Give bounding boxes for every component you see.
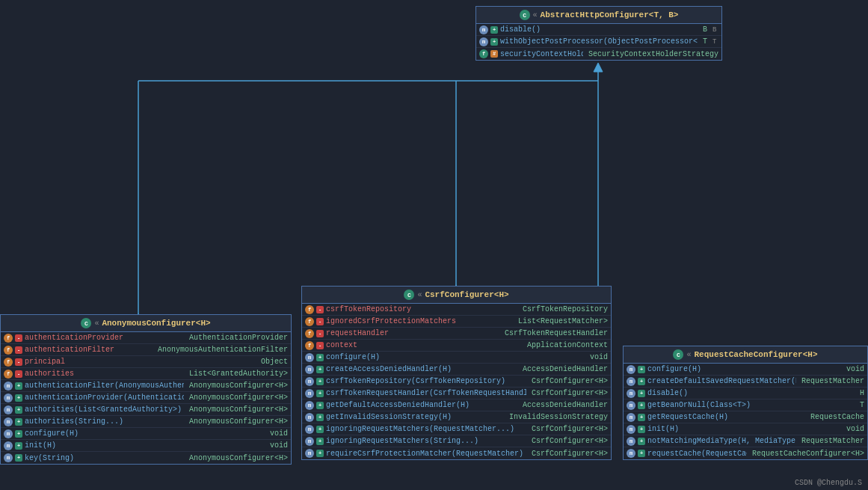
- vis-public: +: [490, 26, 498, 34]
- method-type: CsrfConfigurer<H>: [532, 389, 608, 397]
- anon-method-auth-list: m + authorities(List<GrantedAuthority>) …: [1, 404, 291, 416]
- method-name: ignoringRequestMatchers(String...): [326, 437, 526, 445]
- method-icon: m: [627, 425, 635, 434]
- method-icon: m: [305, 353, 314, 362]
- field-name: principal: [25, 358, 256, 366]
- method-name: authenticationFilter(AnonymousAuthentica…: [25, 382, 184, 390]
- method-letter: T: [712, 38, 718, 46]
- method-name: createAccessDeniedHandler(H): [326, 365, 517, 373]
- method-icon: m: [4, 382, 13, 391]
- field-type: CsrfTokenRequestHandler: [505, 329, 608, 337]
- method-name: getInvalidSessionStrategy(H): [326, 413, 504, 421]
- field-icon: f: [4, 358, 13, 367]
- rc-method-grc: m + getRequestCache(H) RequestCache: [624, 411, 867, 423]
- method-name: getBeanOrNull(Class<T>): [647, 401, 855, 409]
- anon-method-init: m + init(H) void: [1, 440, 291, 452]
- vis-public: +: [638, 402, 645, 409]
- abstract-field-schs: f # securityContextHolderStrategy Securi…: [476, 48, 721, 60]
- anon-method-auth-str: m + authorities(String...) AnonymousConf…: [1, 416, 291, 428]
- vis-public: +: [316, 426, 324, 433]
- field-name: securityContextHolderStrategy: [500, 50, 583, 58]
- anon-class-header: C « AnonymousConfigurer<H>: [1, 315, 291, 332]
- reqcache-class-header: C « RequestCacheConfigurer<H>: [624, 346, 867, 364]
- field-name: authenticationProvider: [25, 334, 184, 342]
- abstract-method-disable: m + disable() B B: [476, 24, 721, 36]
- method-icon: m: [627, 377, 635, 386]
- field-type: SecurityContextHolderStrategy: [588, 50, 718, 58]
- field-icon: f: [4, 346, 13, 355]
- method-name: createDefaultSavedRequestMatcher(H): [647, 377, 796, 385]
- vis-public: +: [638, 414, 645, 421]
- vis-public: +: [316, 390, 324, 397]
- anon-class-title: AnonymousConfigurer<H>: [102, 319, 210, 328]
- method-name: configure(H): [25, 429, 265, 438]
- method-name: authorities(String...): [25, 417, 184, 426]
- csrf-field-ctr: f - csrfTokenRepository CsrfTokenReposit…: [302, 304, 611, 316]
- anon-method-key: m + key(String) AnonymousConfigurer<H>: [1, 452, 291, 464]
- vis-public: +: [15, 430, 22, 438]
- field-name: authorities: [25, 370, 184, 378]
- vis-public: +: [316, 438, 324, 445]
- method-icon: m: [4, 441, 13, 450]
- method-type: void: [846, 425, 864, 433]
- csrf-method-cadh: m + createAccessDeniedHandler(H) AccessD…: [302, 364, 611, 376]
- field-icon: f: [305, 329, 314, 338]
- method-icon: m: [4, 429, 13, 438]
- method-icon: m: [305, 437, 314, 446]
- vis-private: -: [15, 370, 22, 378]
- vis-private: -: [15, 358, 22, 366]
- csrf-field-rh: f - requestHandler CsrfTokenRequestHandl…: [302, 328, 611, 340]
- method-icon: m: [4, 393, 13, 402]
- csrf-method-irm1: m + ignoringRequestMatchers(RequestMatch…: [302, 423, 611, 435]
- field-name: csrfTokenRepository: [326, 305, 517, 313]
- rc-method-gbon: m + getBeanOrNull(Class<T>) T: [624, 399, 867, 411]
- method-name: disable(): [500, 25, 698, 34]
- vis-public: +: [316, 402, 324, 409]
- abstract-method-wop: m + withObjectPostProcessor(ObjectPostPr…: [476, 36, 721, 48]
- field-type: ApplicationContext: [527, 341, 608, 349]
- anon-field-principal: f - principal Object: [1, 356, 291, 368]
- method-type: AccessDeniedHandler: [523, 365, 608, 373]
- vis-public: +: [316, 414, 324, 421]
- method-type: RequestCacheConfigurer<H>: [752, 450, 864, 458]
- method-type: AnonymousConfigurer<H>: [189, 382, 288, 390]
- field-name: authenticationFilter: [25, 346, 153, 354]
- vis-public: +: [638, 390, 645, 397]
- rc-method-init: m + init(H) void: [624, 423, 867, 435]
- method-type: T: [860, 401, 864, 409]
- vis-protected: #: [490, 50, 498, 58]
- method-name: configure(H): [647, 365, 841, 373]
- csrf-method-gdadh: m + getDefaultAccessDeniedHandler(H) Acc…: [302, 399, 611, 411]
- anon-method-configure: m + configure(H) void: [1, 428, 291, 440]
- abstract-class-title: AbstractHttpConfigurer<T, B>: [541, 10, 679, 19]
- vis-public: +: [15, 442, 22, 450]
- anon-field-authorities: f - authorities List<GrantedAuthority>: [1, 368, 291, 380]
- vis-public: +: [15, 382, 22, 390]
- method-type: B: [703, 25, 707, 34]
- reqcache-class-title: RequestCacheConfigurer<H>: [694, 350, 817, 359]
- method-icon: m: [627, 437, 635, 446]
- field-type: List<RequestMatcher>: [518, 317, 608, 325]
- vis-private: -: [316, 342, 324, 349]
- field-icon: f: [4, 334, 13, 343]
- anon-field-af: f - authenticationFilter AnonymousAuthen…: [1, 344, 291, 356]
- method-icon: m: [627, 449, 635, 458]
- method-name: authorities(List<GrantedAuthority>): [25, 405, 184, 414]
- rc-method-rc: m + requestCache(RequestCache) RequestCa…: [624, 447, 867, 459]
- vis-public: +: [15, 406, 22, 414]
- vis-private: -: [316, 318, 324, 325]
- csrf-method-configure: m + configure(H) void: [302, 352, 611, 364]
- vis-public: +: [15, 418, 22, 426]
- vis-public: +: [638, 450, 645, 457]
- rc-method-cdsrm: m + createDefaultSavedRequestMatcher(H) …: [624, 376, 867, 388]
- csrf-field-ctx: f - context ApplicationContext: [302, 340, 611, 352]
- watermark: CSDN @Chengdu.S: [795, 479, 862, 487]
- method-icon: m: [305, 389, 314, 398]
- csrf-class-header: C « CsrfConfigurer<H>: [302, 287, 611, 304]
- method-type: H: [860, 389, 864, 397]
- field-type: AuthenticationProvider: [189, 334, 288, 342]
- field-type: AnonymousAuthenticationFilter: [158, 346, 288, 354]
- method-type: AnonymousConfigurer<H>: [189, 417, 288, 426]
- csrf-class-box: C « CsrfConfigurer<H> f - csrfTokenRepos…: [301, 286, 612, 460]
- method-icon: m: [305, 425, 314, 434]
